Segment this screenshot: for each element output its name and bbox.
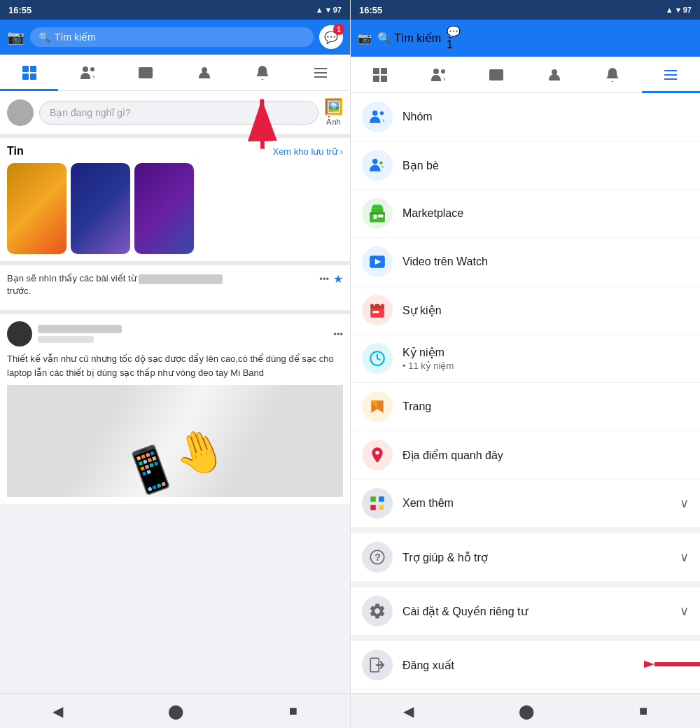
svg-rect-14 [373, 68, 379, 74]
home-button-left[interactable]: ⬤ [168, 703, 183, 720]
svg-rect-17 [381, 76, 387, 82]
messenger-button-right[interactable]: 💬 1 [447, 25, 461, 51]
nav-tab-newsfeed-left[interactable] [0, 57, 58, 88]
nav-tab-watch-left[interactable] [117, 57, 175, 88]
logout-section: Đăng xuất [351, 636, 700, 690]
svg-rect-15 [381, 68, 387, 74]
svg-rect-32 [370, 212, 385, 214]
back-button-left[interactable]: ◀ [52, 703, 63, 720]
memories-label-box: Kỷ niệm • 11 kỷ niệm [402, 346, 689, 371]
menu-item-watch[interactable]: Video trên Watch [351, 238, 700, 286]
menu-item-more[interactable]: Xem thêm ∨ [351, 479, 700, 528]
menu-item-events[interactable]: Sự kiện [351, 286, 700, 335]
home-button-right[interactable]: ⬤ [519, 703, 534, 720]
feed-item2-avatar [7, 321, 32, 346]
nav-tab-menu-left[interactable] [292, 57, 350, 88]
back-button-right[interactable]: ◀ [403, 703, 414, 720]
nav-tab-notifications-left[interactable] [233, 57, 291, 88]
watch-label-box: Video trên Watch [402, 255, 689, 268]
svg-point-28 [372, 159, 378, 164]
events-icon [362, 295, 393, 326]
nearby-label: Địa điểm quanh đây [402, 449, 689, 462]
events-label-box: Sự kiện [402, 304, 689, 317]
nav-tab-profile-right[interactable] [526, 59, 584, 90]
settings-icon [362, 596, 393, 626]
menu-item-logout[interactable]: Đăng xuất [351, 641, 700, 690]
svg-rect-0 [22, 66, 29, 72]
nearby-icon [362, 440, 393, 470]
status-icons-left: ▲ ▾ 97 [316, 6, 342, 15]
post-input[interactable]: Bạn đang nghĩ gì? [39, 101, 318, 125]
time-right: 16:55 [359, 5, 382, 15]
search-icon-right: 🔍 [377, 32, 391, 44]
photo-label: Ảnh [326, 118, 340, 127]
feed-item2-name [38, 325, 122, 333]
help-label: Trợ giúp & hỗ trợ [402, 551, 670, 564]
feed-more-icon-2[interactable]: ••• [333, 329, 343, 340]
recents-button-right[interactable]: ■ [639, 703, 648, 719]
stories-title: Tin [7, 145, 24, 158]
search-box-right[interactable]: 🔍 Tìm kiếm [377, 31, 441, 45]
messenger-button-left[interactable]: 💬 1 [319, 25, 343, 49]
menu-item-groups[interactable]: Nhóm [351, 93, 700, 141]
view-all-stories[interactable]: Xem kho lưu trữ › [272, 146, 343, 157]
star-icon[interactable]: ★ [333, 272, 343, 286]
memories-sublabel: • 11 kỷ niệm [402, 360, 689, 371]
svg-point-29 [379, 162, 382, 164]
svg-point-4 [83, 66, 88, 72]
user-avatar [7, 99, 34, 126]
menu-item-settings[interactable]: Cài đặt & Quyền riêng tư ∨ [351, 587, 700, 636]
story-card-1[interactable] [7, 163, 66, 254]
nav-tab-watch-right[interactable] [467, 59, 525, 90]
nav-tab-profile-left[interactable] [175, 57, 233, 88]
nav-tab-friends-right[interactable] [409, 59, 467, 90]
status-bar-left: 16:55 ▲ ▾ 97 [0, 0, 350, 20]
svg-rect-42 [376, 311, 379, 313]
logout-label: Đăng xuất [402, 659, 689, 672]
menu-item-help[interactable]: ? Trợ giúp & hỗ trợ ∨ [351, 533, 700, 582]
svg-point-22 [552, 69, 557, 75]
menu-item-nearby[interactable]: Địa điểm quanh đây [351, 431, 700, 479]
nav-tab-newsfeed-right[interactable] [351, 59, 409, 90]
nav-tab-notifications-right[interactable] [584, 59, 642, 90]
search-placeholder-left: Tìm kiếm [55, 31, 96, 43]
photo-button[interactable]: 🖼️ Ảnh [324, 98, 343, 127]
blurred-name [139, 274, 223, 284]
nearby-label-box: Địa điểm quanh đây [402, 449, 689, 462]
stories-row [7, 163, 343, 254]
search-box-left[interactable]: 🔍 Tìm kiếm [30, 27, 314, 47]
camera-icon-left[interactable]: 📷 [7, 29, 24, 46]
wifi-icon-left: ▾ [326, 6, 330, 15]
stories-section: Tin Xem kho lưu trữ › [0, 138, 350, 265]
recents-button-left[interactable]: ■ [289, 703, 298, 719]
help-section: ? Trợ giúp & hỗ trợ ∨ [351, 528, 700, 582]
feed-item2-name-box [38, 325, 328, 343]
watch-icon [362, 246, 393, 277]
camera-icon-right[interactable]: 📷 [358, 31, 372, 45]
menu-item-memories[interactable]: Kỷ niệm • 11 kỷ niệm [351, 335, 700, 383]
marketplace-label-box: Marketplace [402, 207, 689, 220]
header-right: 📷 🔍 Tìm kiếm 💬 1 [351, 20, 700, 57]
status-icons-right: ▲ ▾ 97 [666, 6, 692, 15]
svg-point-27 [380, 111, 384, 115]
feed-more-icon-1[interactable]: ••• [319, 274, 329, 284]
battery-left: 97 [333, 6, 342, 14]
menu-item-friends[interactable]: Bạn bè [351, 141, 700, 190]
stories-header: Tin Xem kho lưu trữ › [7, 145, 343, 158]
more-chevron: ∨ [680, 496, 689, 511]
story-card-3[interactable] [134, 163, 194, 254]
menu-item-marketplace[interactable]: Marketplace [351, 190, 700, 238]
nav-tab-friends-left[interactable] [58, 57, 116, 88]
signal-icon-left: ▲ [316, 6, 323, 14]
logout-icon [362, 650, 393, 680]
feed-item2-sub [38, 336, 94, 343]
story-card-2[interactable] [71, 163, 130, 254]
right-panel: 16:55 ▲ ▾ 97 📷 🔍 Tìm kiếm 💬 1 [350, 0, 700, 728]
nav-tab-menu-right[interactable] [642, 59, 700, 90]
menu-item-pages[interactable]: Trang [351, 383, 700, 431]
messenger-icon-right: 💬 [447, 26, 461, 38]
feed-image: 📱🤚 [7, 385, 343, 497]
memories-label: Kỷ niệm [402, 346, 689, 359]
messenger-badge-right: 1 [447, 38, 461, 51]
svg-rect-1 [30, 66, 36, 72]
